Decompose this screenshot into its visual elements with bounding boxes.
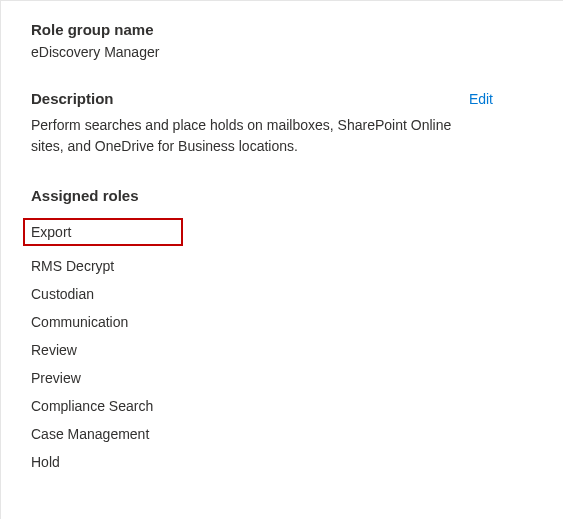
- description-label: Description: [31, 90, 114, 107]
- description-header: Description Edit: [31, 90, 533, 107]
- role-item-preview: Preview: [31, 364, 533, 392]
- description-section: Description Edit Perform searches and pl…: [31, 90, 533, 157]
- role-item-rms-decrypt: RMS Decrypt: [31, 252, 533, 280]
- role-group-name-value: eDiscovery Manager: [31, 44, 533, 60]
- role-item-custodian: Custodian: [31, 280, 533, 308]
- role-group-name-label: Role group name: [31, 21, 533, 38]
- edit-link[interactable]: Edit: [469, 91, 493, 107]
- role-item-compliance-search: Compliance Search: [31, 392, 533, 420]
- role-item-case-management: Case Management: [31, 420, 533, 448]
- role-item-review: Review: [31, 336, 533, 364]
- role-item-communication: Communication: [31, 308, 533, 336]
- export-highlight: Export: [23, 218, 183, 246]
- description-text: Perform searches and place holds on mail…: [31, 115, 471, 157]
- assigned-roles-section: Assigned roles Export RMS Decrypt Custod…: [31, 187, 533, 476]
- role-item-export: Export: [31, 212, 533, 252]
- assigned-roles-list: Export RMS Decrypt Custodian Communicati…: [31, 212, 533, 476]
- role-group-name-section: Role group name eDiscovery Manager: [31, 21, 533, 60]
- role-item-hold: Hold: [31, 448, 533, 476]
- assigned-roles-label: Assigned roles: [31, 187, 533, 204]
